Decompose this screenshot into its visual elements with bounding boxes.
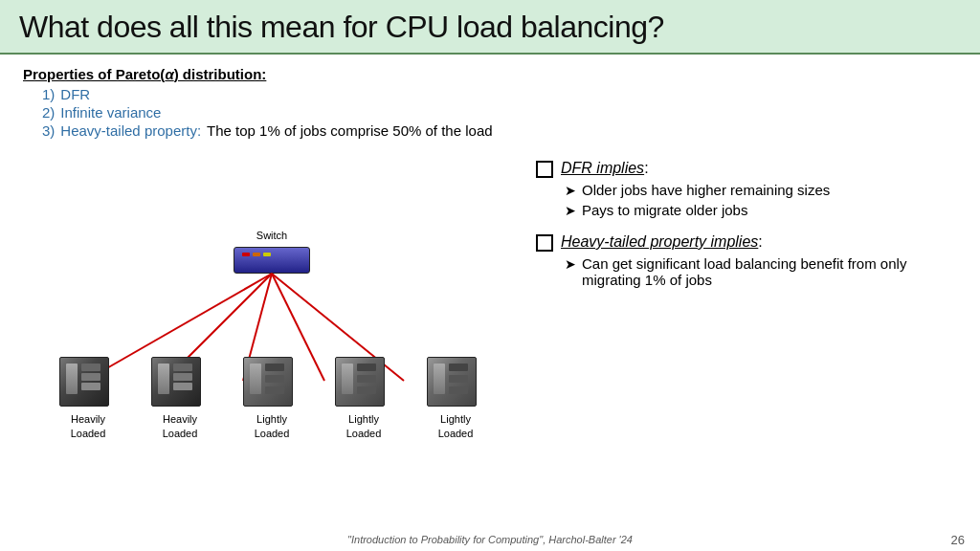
heavy-tailed-section: Heavy-tailed property implies: ➤ Can get… <box>536 233 957 288</box>
switch-light-yellow <box>263 253 271 256</box>
diagram-column: Switch <box>23 150 521 539</box>
server-icon-2 <box>151 357 209 409</box>
arrow-icon-1: ➤ <box>565 183 576 198</box>
property-num-1: 1) <box>42 86 55 102</box>
server-body-5 <box>427 357 477 407</box>
server-body-1 <box>59 357 109 407</box>
servers-row: HeavilyLoaded HeavilyLoaded LightlyLoade… <box>42 357 501 440</box>
property-num-2: 2) <box>42 104 55 121</box>
title-suffix: ) distribution: <box>174 66 267 82</box>
server-2: HeavilyLoaded <box>151 357 209 440</box>
title-alpha: α <box>165 66 173 82</box>
dfr-checkbox-icon <box>536 161 553 178</box>
server-label-2: HeavilyLoaded <box>163 412 198 440</box>
property-extra-3: The top 1% of jobs comprise 50% of the l… <box>207 122 493 139</box>
slide-title: What does all this mean for CPU load bal… <box>19 10 961 45</box>
property-item-2: 2) Infinite variance <box>42 104 957 121</box>
switch-label: Switch <box>256 230 287 241</box>
heavy-tailed-header: Heavy-tailed property implies: <box>536 233 957 252</box>
server-icon-1 <box>59 357 117 409</box>
property-item-3: 3) Heavy-tailed property: The top 1% of … <box>42 122 957 139</box>
switch-light-red <box>242 253 250 256</box>
arrow-icon-3: ➤ <box>565 256 576 272</box>
server-label-4: LightlyLoaded <box>346 412 382 440</box>
two-column-layout: Switch <box>23 150 957 539</box>
dfr-bullet-text-2: Pays to migrate older jobs <box>582 202 747 218</box>
server-icon-5 <box>427 357 484 409</box>
footer: "Introduction to Probability for Computi… <box>0 530 980 547</box>
heavy-tailed-checkbox-icon <box>536 234 553 252</box>
arrow-icon-2: ➤ <box>565 203 576 218</box>
properties-title: Properties of Pareto(α) distribution: <box>23 66 957 82</box>
server-3: LightlyLoaded <box>243 357 301 440</box>
properties-list: 1) DFR 2) Infinite variance 3) Heavy-tai… <box>23 86 957 139</box>
dfr-header-text: DFR implies: <box>561 160 649 177</box>
property-text-1: DFR <box>60 86 90 102</box>
switch-lights <box>242 253 271 256</box>
heavy-tailed-bullet-text-1: Can get significant load balancing benef… <box>582 255 957 288</box>
page-number: 26 <box>951 533 965 547</box>
switch-box <box>234 247 310 274</box>
dfr-bullet-text-1: Older jobs have higher remaining sizes <box>582 182 830 198</box>
heavy-tailed-bullets: ➤ Can get significant load balancing ben… <box>536 255 957 288</box>
title-bar: What does all this mean for CPU load bal… <box>0 0 980 55</box>
property-item-1: 1) DFR <box>42 86 957 102</box>
property-text-2: Infinite variance <box>60 104 161 121</box>
text-column: DFR implies: ➤ Older jobs have higher re… <box>521 150 957 539</box>
dfr-section: DFR implies: ➤ Older jobs have higher re… <box>536 160 957 218</box>
dfr-bullet-2: ➤ Pays to migrate older jobs <box>565 202 957 218</box>
server-label-5: LightlyLoaded <box>438 412 474 440</box>
switch-light-orange <box>253 253 260 256</box>
heavy-tailed-bullet-1: ➤ Can get significant load balancing ben… <box>565 255 957 288</box>
server-label-3: LightlyLoaded <box>255 412 290 440</box>
citation-text: "Introduction to Probability for Computi… <box>347 534 633 545</box>
title-prefix: Properties of Pareto( <box>23 66 165 82</box>
main-content: Properties of Pareto(α) distribution: 1)… <box>0 55 980 546</box>
dfr-bullets: ➤ Older jobs have higher remaining sizes… <box>536 182 957 218</box>
server-body-3 <box>243 357 293 407</box>
server-label-1: HeavilyLoaded <box>71 412 106 440</box>
dfr-bullet-1: ➤ Older jobs have higher remaining sizes <box>565 182 957 198</box>
property-num-3: 3) <box>42 122 55 139</box>
properties-section: Properties of Pareto(α) distribution: 1)… <box>23 66 957 141</box>
dfr-header: DFR implies: <box>536 160 957 178</box>
heavy-tailed-header-text: Heavy-tailed property implies: <box>561 233 763 251</box>
server-5: LightlyLoaded <box>427 357 484 440</box>
server-icon-4 <box>335 357 392 409</box>
server-icon-3 <box>243 357 301 409</box>
switch-diagram: Switch <box>42 230 501 459</box>
server-4: LightlyLoaded <box>335 357 392 440</box>
server-body-4 <box>335 357 385 407</box>
server-body-2 <box>151 357 201 407</box>
server-1: HeavilyLoaded <box>59 357 117 440</box>
property-text-3: Heavy-tailed property: <box>60 122 201 139</box>
